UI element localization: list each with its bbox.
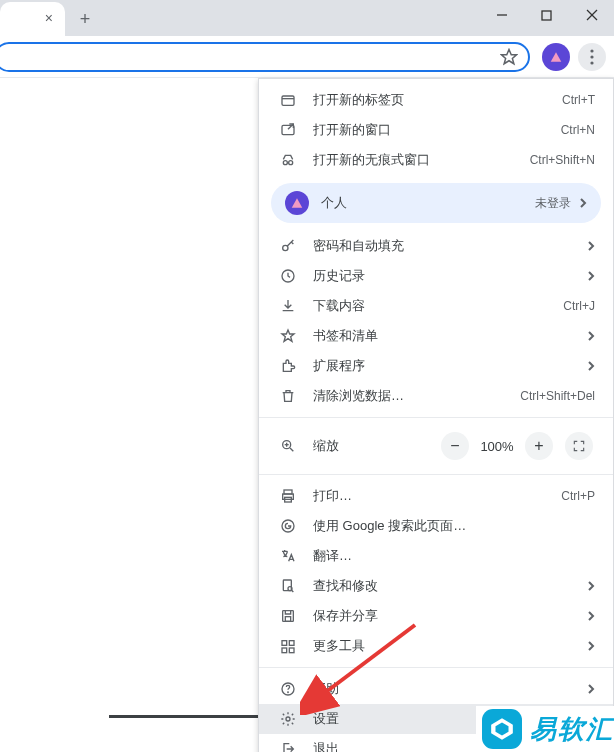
zoom-label: 缩放 [313,437,439,455]
menu-extensions[interactable]: 扩展程序 [259,351,613,381]
svg-point-6 [590,55,593,58]
menu-shortcut: Ctrl+N [561,123,595,137]
svg-point-15 [283,245,288,250]
svg-point-27 [288,587,292,591]
svg-point-37 [286,717,290,721]
menu-help[interactable]: 帮助 [259,674,613,704]
svg-point-13 [289,161,293,165]
chevron-right-icon [587,580,595,592]
menu-new-tab[interactable]: 打开新的标签页 Ctrl+T [259,85,613,115]
menu-label: 扩展程序 [313,357,577,375]
menu-label: 使用 Google 搜索此页面… [313,517,595,535]
menu-google-search[interactable]: 使用 Google 搜索此页面… [259,511,613,541]
menu-label: 历史记录 [313,267,577,285]
print-icon [277,488,299,504]
menu-label: 查找和修改 [313,577,577,595]
chevron-right-icon [587,240,595,252]
menu-profile-row[interactable]: 个人 未登录 [271,183,601,223]
chrome-main-menu: 打开新的标签页 Ctrl+T 打开新的窗口 Ctrl+N 打开新的无痕式窗口 C… [258,78,614,752]
svg-point-7 [590,61,593,64]
zoom-in-button[interactable]: + [525,432,553,460]
menu-more-tools[interactable]: 更多工具 [259,631,613,661]
menu-downloads[interactable]: 下载内容 Ctrl+J [259,291,613,321]
save-icon [277,608,299,624]
menu-label: 更多工具 [313,637,577,655]
new-tab-button[interactable]: + [71,5,99,33]
star-icon [277,328,299,344]
zoom-value: 100% [471,439,523,454]
profile-button[interactable] [542,43,570,71]
chevron-right-icon [579,197,587,209]
chevron-right-icon [587,330,595,342]
avatar-icon [285,191,309,215]
menu-translate[interactable]: 翻译… [259,541,613,571]
trash-icon [277,388,299,404]
menu-zoom-row: 缩放 − 100% + [259,424,613,468]
browser-toolbar [0,36,614,78]
watermark-logo-icon [482,709,522,749]
gear-icon [277,711,299,727]
tab-close-icon[interactable]: × [45,10,53,26]
svg-point-12 [283,161,287,165]
profile-label: 个人 [321,194,535,212]
zoom-icon [277,438,299,454]
svg-rect-31 [282,641,287,646]
menu-bookmarks[interactable]: 书签和清单 [259,321,613,351]
menu-label: 打开新的窗口 [313,121,561,139]
fullscreen-button[interactable] [565,432,593,460]
svg-rect-26 [283,580,291,591]
svg-rect-32 [289,641,294,646]
chevron-right-icon [587,683,595,695]
exit-icon [277,741,299,752]
menu-label: 打开新的标签页 [313,91,562,109]
menu-label: 书签和清单 [313,327,577,345]
minimize-button[interactable] [479,0,524,30]
menu-find[interactable]: 查找和修改 [259,571,613,601]
menu-separator [259,417,613,418]
menu-save-share[interactable]: 保存并分享 [259,601,613,631]
menu-label: 翻译… [313,547,595,565]
menu-print[interactable]: 打印… Ctrl+P [259,481,613,511]
tab-icon [277,92,299,108]
zoom-out-button[interactable]: − [441,432,469,460]
svg-rect-30 [285,617,290,622]
menu-label: 下载内容 [313,297,563,315]
translate-icon [277,548,299,564]
menu-clear-data[interactable]: 清除浏览数据… Ctrl+Shift+Del [259,381,613,411]
browser-tab[interactable]: × [0,2,65,36]
close-window-button[interactable] [569,0,614,30]
svg-rect-10 [282,125,294,134]
menu-label: 密码和自动填充 [313,237,577,255]
watermark-text: 易软汇 [530,712,614,747]
address-bar[interactable] [0,42,530,72]
menu-label: 打印… [313,487,561,505]
menu-history[interactable]: 历史记录 [259,261,613,291]
svg-rect-1 [542,11,551,20]
key-icon [277,238,299,254]
menu-label: 帮助 [313,680,577,698]
svg-marker-17 [282,330,294,341]
svg-rect-8 [282,96,294,105]
more-menu-button[interactable] [578,43,606,71]
svg-line-28 [292,590,294,592]
menu-label: 清除浏览数据… [313,387,520,405]
menu-shortcut: Ctrl+P [561,489,595,503]
help-icon [277,681,299,697]
menu-new-incognito[interactable]: 打开新的无痕式窗口 Ctrl+Shift+N [259,145,613,175]
chevron-right-icon [587,610,595,622]
menu-passwords[interactable]: 密码和自动填充 [259,231,613,261]
chevron-right-icon [587,360,595,372]
bookmark-star-icon[interactable] [500,48,518,66]
google-icon [277,518,299,534]
tools-icon [277,638,299,654]
menu-separator [259,667,613,668]
menu-new-window[interactable]: 打开新的窗口 Ctrl+N [259,115,613,145]
history-icon [277,268,299,284]
svg-rect-33 [282,648,287,653]
menu-shortcut: Ctrl+Shift+N [530,153,595,167]
menu-label: 保存并分享 [313,607,577,625]
profile-status: 未登录 [535,195,571,212]
maximize-button[interactable] [524,0,569,30]
puzzle-icon [277,358,299,374]
svg-line-19 [290,448,293,451]
